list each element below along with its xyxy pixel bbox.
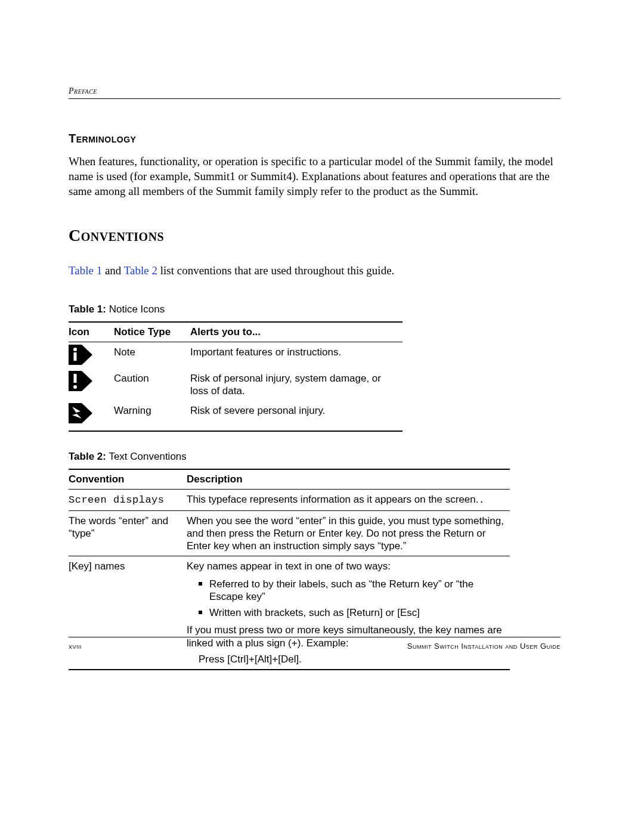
alert-text: Risk of severe personal injury. [190, 401, 402, 431]
running-head-rule [69, 98, 561, 99]
alert-text: Risk of personal injury, system damage, … [190, 368, 402, 401]
mono-period: . [478, 494, 485, 506]
convention: [Key] names [69, 556, 187, 670]
table-row: Warning Risk of severe personal injury. [69, 401, 402, 431]
svg-marker-9 [82, 403, 92, 423]
svg-rect-8 [69, 403, 82, 423]
alert-text: Important features or instructions. [190, 342, 402, 368]
footer-title: Summit Switch Installation and User Guid… [407, 642, 561, 651]
warning-icon [69, 403, 92, 423]
heading-conventions: Conventions [69, 226, 561, 245]
description: This typeface represents information as … [187, 490, 510, 510]
text: Key names appear in text in one of two w… [187, 560, 505, 572]
conventions-intro: Table 1 and Table 2 list conventions tha… [69, 263, 561, 278]
table-notice-icons: Icon Notice Type Alerts you to... Note I… [69, 321, 402, 432]
table-2-caption-label: Table 2: [69, 451, 106, 462]
th-notice-type: Notice Type [114, 322, 190, 342]
description: When you see the word “enter” in this gu… [187, 510, 510, 556]
th-convention: Convention [69, 469, 187, 490]
table-row: The words “enter” and “type” When you se… [69, 510, 510, 556]
text: This typeface represents information as … [187, 494, 478, 505]
link-table-1[interactable]: Table 1 [69, 264, 102, 277]
page: Preface Terminology When features, funct… [0, 0, 644, 833]
caution-icon [69, 371, 92, 391]
heading-terminology: Terminology [69, 132, 561, 145]
table-1-caption-text: Notice Icons [106, 304, 165, 315]
svg-point-7 [73, 385, 77, 389]
running-head: Preface [69, 86, 561, 96]
th-alerts: Alerts you to... [190, 322, 402, 342]
svg-rect-3 [74, 352, 77, 361]
page-number: xviii [69, 642, 82, 651]
table-1-caption: Table 1: Notice Icons [69, 304, 561, 315]
svg-marker-1 [82, 345, 92, 365]
terminology-body: When features, functionality, or operati… [69, 154, 561, 199]
footer: xviii Summit Switch Installation and Use… [69, 642, 561, 651]
icon-cell [69, 342, 114, 368]
svg-rect-6 [74, 374, 77, 383]
table-1-caption-label: Table 1: [69, 304, 106, 315]
bullet-list: Referred to by their labels, such as “th… [187, 578, 505, 620]
table-text-conventions: Convention Description Screen displays T… [69, 469, 510, 670]
table-2-caption: Table 2: Text Conventions [69, 451, 561, 463]
table-row: Note Important features or instructions. [69, 342, 402, 368]
footer-rule [69, 637, 561, 637]
notice-type: Note [114, 342, 190, 368]
svg-marker-5 [82, 371, 92, 391]
example-text: Press [Ctrl]+[Alt]+[Del]. [187, 653, 505, 665]
table-row: Screen displays This typeface represents… [69, 490, 510, 510]
info-icon [69, 345, 92, 365]
icon-cell [69, 401, 114, 431]
list-item: Referred to by their labels, such as “th… [199, 578, 505, 603]
table-row: Caution Risk of personal injury, system … [69, 368, 402, 401]
icon-cell [69, 368, 114, 401]
th-description: Description [187, 469, 510, 490]
link-table-2[interactable]: Table 2 [124, 264, 157, 277]
mono-text: Screen displays [69, 494, 165, 506]
th-icon: Icon [69, 322, 114, 342]
list-item: Written with brackets, such as [Return] … [199, 606, 505, 619]
table-row: [Key] names Key names appear in text in … [69, 556, 510, 670]
table-2-caption-text: Text Conventions [106, 451, 187, 462]
convention: Screen displays [69, 490, 187, 510]
text: and [102, 264, 124, 277]
svg-point-2 [73, 348, 77, 351]
convention: The words “enter” and “type” [69, 510, 187, 556]
notice-type: Caution [114, 368, 190, 401]
text: list conventions that are used throughou… [157, 264, 394, 277]
notice-type: Warning [114, 401, 190, 431]
description: Key names appear in text in one of two w… [187, 556, 510, 670]
